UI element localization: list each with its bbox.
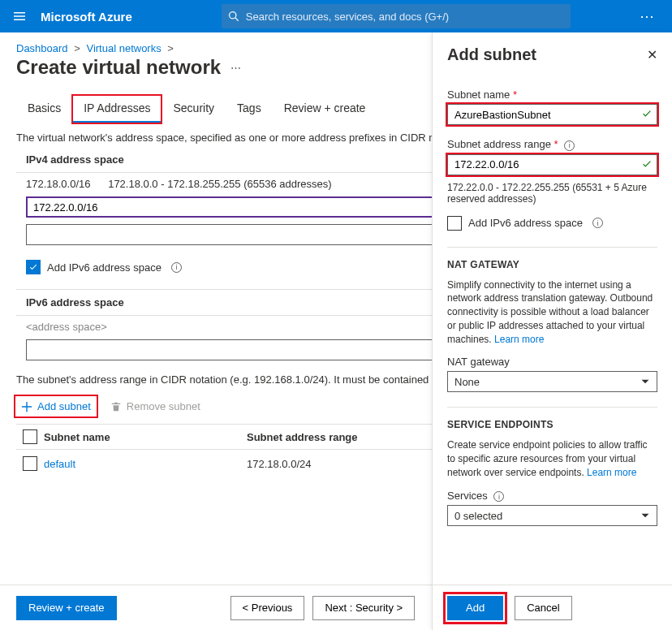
subnet-link-default[interactable]: default [44,458,75,470]
nat-learn-more-link[interactable]: Learn more [494,334,544,345]
breadcrumb-sep: > [74,42,80,54]
ipv6-checkbox-label: Add IPv6 address space [47,261,162,274]
cancel-button[interactable]: Cancel [515,596,571,620]
global-search-input[interactable] [246,11,564,23]
page-title-more-icon[interactable]: ⋯ [230,62,241,74]
svc-description: Create service endpoint policies to allo… [447,438,657,479]
search-icon [228,11,239,22]
previous-button[interactable]: < Previous [230,596,305,620]
info-icon[interactable]: i [564,140,575,151]
breadcrumb-virtual-networks[interactable]: Virtual networks [86,42,161,54]
ipv4-cidr: 172.18.0.0/16 [26,178,91,190]
pane-ipv6-checkbox[interactable] [447,216,462,231]
divider [447,407,657,408]
divider [447,247,657,248]
add-subnet-pane: Add subnet ✕ Subnet name * Subnet addres… [432,32,672,630]
chevron-down-icon [640,377,650,386]
breadcrumb-dashboard[interactable]: Dashboard [16,42,68,54]
nat-gateway-select[interactable]: None [447,371,657,392]
nat-field-label: NAT gateway [447,356,657,368]
remove-subnet-label: Remove subnet [127,400,200,412]
nat-section-title: NAT GATEWAY [447,259,657,270]
hamburger-menu-icon[interactable] [8,5,31,28]
ipv4-range: 172.18.0.0 - 172.18.255.255 (65536 addre… [108,178,331,190]
azure-topbar: Microsoft Azure ⋯ [0,0,672,32]
pane-title: Add subnet [447,45,536,64]
pane-ipv6-label: Add IPv6 address space [468,217,583,229]
col-subnet-name: Subnet name [44,431,247,443]
tab-ip-addresses[interactable]: IP Addresses [72,95,162,123]
breadcrumb-sep: > [167,42,174,54]
add-subnet-button[interactable]: Add subnet [16,397,96,416]
plus-icon [21,401,32,412]
trash-icon [110,401,122,412]
review-create-button[interactable]: Review + create [16,596,117,620]
valid-check-icon [641,108,653,122]
brand-label: Microsoft Azure [41,10,132,24]
nat-description: Simplify connectivity to the internet us… [447,278,657,347]
chevron-down-icon [640,511,650,520]
ipv6-checkbox[interactable] [26,260,41,274]
subnet-name-label: Subnet name * [447,88,657,101]
tab-basics[interactable]: Basics [16,95,72,123]
subnet-name-input[interactable] [447,104,657,125]
tab-review-create[interactable]: Review + create [273,95,377,123]
pane-footer: Add Cancel [433,585,672,630]
services-select[interactable]: 0 selected [447,505,657,526]
services-value: 0 selected [454,510,502,522]
info-icon[interactable]: i [171,262,182,273]
nat-gateway-value: None [454,376,480,388]
svc-learn-more-link[interactable]: Learn more [587,467,636,478]
tab-security[interactable]: Security [162,95,226,123]
info-icon[interactable]: i [592,218,603,228]
next-button[interactable]: Next : Security > [312,596,415,620]
valid-check-icon [641,158,653,172]
info-icon[interactable]: i [493,491,504,502]
svc-section-title: SERVICE ENDPOINTS [447,419,657,430]
remove-subnet-button: Remove subnet [110,400,200,412]
subnet-range-input[interactable] [447,154,657,175]
svc-field-label: Services i [447,490,657,503]
subnet-range-helper: 172.22.0.0 - 172.22.255.255 (65531 + 5 A… [447,182,657,205]
add-subnet-label: Add subnet [37,400,91,412]
global-search[interactable] [222,4,571,28]
select-all-checkbox[interactable] [23,429,37,444]
close-icon[interactable]: ✕ [647,47,657,63]
topbar-more-icon[interactable]: ⋯ [631,7,664,25]
row-checkbox[interactable] [23,456,37,471]
page-title: Create virtual network [16,56,221,79]
add-button[interactable]: Add [447,596,503,620]
tab-tags[interactable]: Tags [226,95,273,123]
subnet-range-label: Subnet address range * i [447,138,657,151]
